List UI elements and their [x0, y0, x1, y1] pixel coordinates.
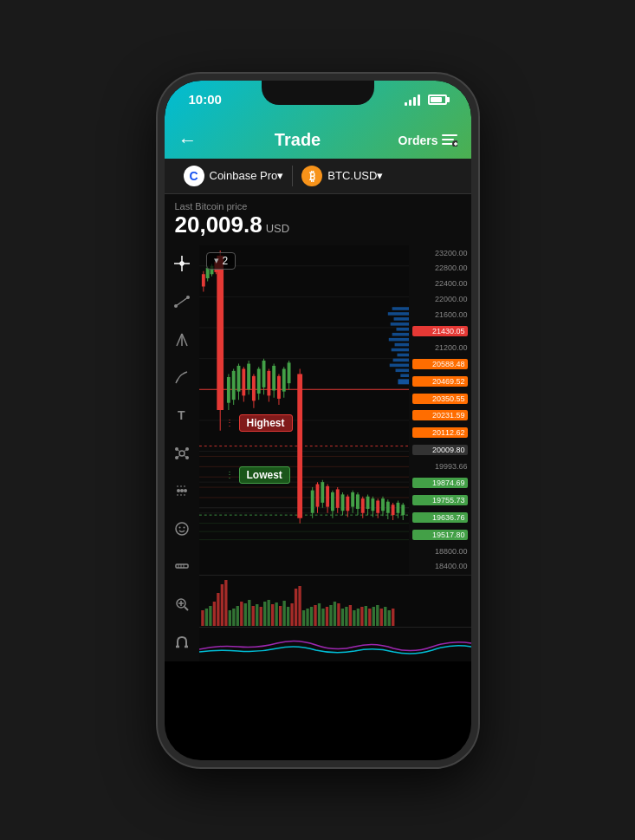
pen-tool[interactable] [170, 365, 194, 389]
svg-rect-159 [217, 593, 219, 626]
svg-rect-85 [251, 375, 255, 400]
svg-point-26 [177, 489, 180, 492]
price-scale: 23200.00 22800.00 22400.00 22000.00 2160… [409, 245, 471, 575]
svg-rect-77 [231, 370, 235, 399]
indicator-badge[interactable]: ▾ 2 [206, 252, 237, 270]
svg-rect-154 [398, 379, 409, 384]
svg-rect-150 [392, 358, 408, 361]
svg-rect-189 [333, 602, 335, 626]
svg-rect-131 [381, 498, 385, 511]
svg-rect-113 [335, 489, 339, 507]
scale-20350: 20350.55 [412, 394, 468, 404]
svg-rect-87 [256, 368, 260, 394]
indicator-value: 2 [223, 255, 229, 267]
svg-rect-148 [391, 348, 408, 351]
svg-rect-141 [387, 312, 408, 316]
svg-rect-202 [384, 607, 386, 626]
scale-20112: 20112.62 [412, 427, 468, 438]
svg-rect-165 [240, 602, 243, 626]
svg-rect-147 [394, 342, 408, 346]
svg-rect-199 [372, 607, 374, 626]
svg-point-32 [178, 526, 180, 528]
svg-rect-93 [272, 365, 275, 390]
svg-rect-109 [326, 485, 329, 506]
indicator-section [199, 627, 471, 661]
pair-selector[interactable]: ₿ BTC.USD▾ [293, 166, 392, 186]
magnet-tool[interactable] [170, 630, 194, 654]
orders-icon [442, 134, 457, 147]
scale-20469: 20469.52 [412, 376, 468, 387]
exchange-name: Coinbase Pro▾ [210, 169, 284, 182]
svg-rect-81 [242, 368, 245, 395]
svg-rect-181 [301, 610, 304, 626]
svg-rect-167 [248, 600, 250, 626]
svg-rect-163 [232, 609, 235, 626]
node-tool[interactable] [170, 441, 194, 466]
battery-icon [428, 94, 447, 105]
svg-rect-186 [321, 609, 324, 626]
svg-rect-158 [212, 602, 215, 626]
svg-rect-185 [317, 603, 320, 626]
svg-rect-125 [366, 496, 369, 508]
svg-rect-201 [379, 609, 382, 626]
svg-line-39 [185, 607, 188, 610]
notch [262, 81, 374, 105]
exchange-selector[interactable]: C Coinbase Pro▾ [175, 166, 294, 186]
btc-logo: ₿ [301, 166, 322, 186]
emoji-tool[interactable] [170, 517, 194, 541]
fork-tool[interactable] [170, 328, 194, 352]
svg-rect-187 [325, 607, 327, 626]
orders-button[interactable]: Orders [398, 133, 457, 147]
back-button[interactable]: ← [178, 129, 198, 152]
scale-21430: 21430.05 [412, 326, 468, 336]
svg-rect-192 [345, 607, 347, 626]
svg-rect-123 [360, 498, 364, 513]
svg-rect-101 [297, 374, 302, 518]
svg-rect-173 [270, 604, 273, 626]
svg-rect-162 [228, 610, 230, 626]
svg-rect-195 [356, 609, 359, 626]
svg-rect-155 [201, 610, 204, 626]
svg-rect-178 [290, 603, 293, 626]
line-tool[interactable] [170, 290, 194, 314]
svg-rect-144 [396, 328, 409, 331]
svg-rect-156 [204, 609, 207, 626]
svg-rect-34 [176, 564, 188, 568]
svg-rect-1 [442, 139, 454, 140]
svg-rect-97 [282, 368, 285, 391]
svg-line-9 [176, 297, 188, 306]
svg-rect-182 [306, 609, 308, 626]
candlestick-chart[interactable]: ▾ 2 [199, 245, 409, 575]
svg-point-27 [180, 489, 184, 492]
svg-rect-145 [392, 332, 408, 335]
scale-20231: 20231.59 [412, 410, 468, 420]
chart-svg [199, 245, 409, 575]
svg-rect-65 [217, 255, 224, 409]
crosshair-tool[interactable] [170, 252, 194, 277]
coinbase-logo: C [184, 166, 204, 186]
exchange-bar: C Coinbase Pro▾ ₿ BTC.USD▾ [165, 159, 471, 194]
svg-rect-190 [337, 603, 340, 626]
svg-rect-196 [360, 607, 363, 626]
svg-rect-79 [237, 365, 240, 391]
lowest-label-text: Lowest [239, 466, 290, 484]
pair-name: BTC.USD▾ [327, 169, 383, 182]
svg-rect-170 [259, 607, 262, 626]
svg-rect-105 [315, 484, 319, 506]
svg-rect-164 [236, 606, 238, 626]
svg-rect-83 [247, 363, 250, 389]
scale-19755: 19755.73 [412, 495, 468, 505]
dots-tool[interactable] [170, 479, 194, 503]
svg-rect-67 [201, 274, 204, 286]
svg-rect-177 [286, 607, 288, 626]
zoom-tool[interactable] [170, 592, 194, 616]
scale-22800: 22800.00 [412, 264, 468, 272]
ruler-tool[interactable] [170, 555, 194, 579]
scale-18400: 18400.00 [412, 562, 468, 570]
svg-line-14 [182, 334, 187, 346]
text-tool[interactable]: T [170, 403, 194, 427]
scale-18800: 18800.00 [412, 547, 468, 556]
svg-rect-168 [251, 606, 254, 626]
svg-rect-179 [294, 589, 296, 626]
chart-container[interactable]: T [165, 245, 471, 661]
